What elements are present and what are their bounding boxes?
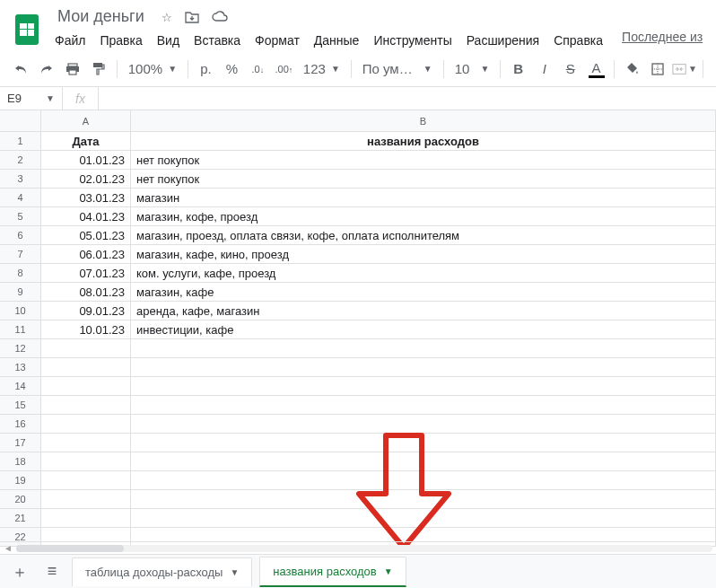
row-header[interactable]: 3 <box>0 170 41 188</box>
cell[interactable] <box>131 415 716 433</box>
document-title[interactable]: Мои деньги <box>52 5 150 27</box>
cell[interactable] <box>41 471 131 489</box>
undo-button[interactable] <box>9 57 33 82</box>
cell[interactable]: 03.01.23 <box>41 189 131 206</box>
paint-format-button[interactable] <box>87 57 111 82</box>
format-currency-button[interactable]: р. <box>194 57 218 82</box>
font-size-dropdown[interactable]: 10▼ <box>450 57 495 82</box>
cell[interactable] <box>41 490 131 508</box>
menu-edit[interactable]: Правка <box>93 30 148 51</box>
menu-help[interactable]: Справка <box>547 30 609 51</box>
row-header[interactable]: 11 <box>0 320 41 338</box>
cell[interactable]: магазин, проезд, оплата связи, кофе, опл… <box>131 226 716 244</box>
cell[interactable]: магазин, кафе <box>131 283 716 301</box>
move-icon[interactable] <box>185 11 199 26</box>
row-header[interactable]: 20 <box>0 490 41 508</box>
row-header[interactable]: 17 <box>0 434 41 452</box>
menu-insert[interactable]: Вставка <box>188 30 247 51</box>
cell[interactable]: 01.01.23 <box>41 151 131 169</box>
cell[interactable]: 08.01.23 <box>41 283 131 301</box>
cell[interactable]: нет покупок <box>131 170 716 188</box>
redo-button[interactable] <box>35 57 59 82</box>
row-header[interactable]: 4 <box>0 189 41 206</box>
cell[interactable] <box>41 358 131 376</box>
last-edit-link[interactable]: Последнее из <box>622 30 703 51</box>
print-button[interactable] <box>61 57 85 82</box>
all-sheets-button[interactable]: ≡ <box>39 559 65 584</box>
row-header[interactable]: 8 <box>0 264 41 282</box>
more-formats-dropdown[interactable]: 123▼ <box>298 57 345 82</box>
row-header[interactable]: 15 <box>0 396 41 414</box>
cell[interactable]: 05.01.23 <box>41 226 131 244</box>
select-all-corner[interactable] <box>0 110 41 131</box>
add-sheet-button[interactable]: ＋ <box>7 559 32 584</box>
row-header[interactable]: 16 <box>0 415 41 433</box>
italic-button[interactable]: I <box>532 57 556 82</box>
cell[interactable] <box>131 358 716 376</box>
cell[interactable]: магазин <box>131 189 716 206</box>
col-header-b[interactable]: B <box>131 110 716 131</box>
cloud-icon[interactable] <box>212 11 228 26</box>
cell[interactable] <box>41 415 131 433</box>
merge-cells-button[interactable]: ▼ <box>672 57 697 82</box>
menu-extensions[interactable]: Расширения <box>460 30 546 51</box>
cell[interactable] <box>41 452 131 470</box>
menu-data[interactable]: Данные <box>308 30 366 51</box>
cell[interactable]: магазин, кафе, кино, проезд <box>131 245 716 263</box>
cell[interactable] <box>131 377 716 395</box>
cell[interactable] <box>41 339 131 357</box>
cell[interactable] <box>41 434 131 452</box>
cell[interactable]: 06.01.23 <box>41 245 131 263</box>
zoom-dropdown[interactable]: 100%▼ <box>123 57 182 82</box>
cell[interactable]: магазин, кофе, проезд <box>131 207 716 225</box>
menu-file[interactable]: Файл <box>48 30 92 51</box>
row-header[interactable]: 9 <box>0 283 41 301</box>
cell[interactable]: Дата <box>41 132 131 150</box>
sheets-logo[interactable] <box>9 12 45 48</box>
row-header[interactable]: 1 <box>0 132 41 150</box>
cell[interactable]: 09.01.23 <box>41 302 131 320</box>
row-header[interactable]: 21 <box>0 509 41 527</box>
row-header[interactable]: 14 <box>0 377 41 395</box>
col-header-a[interactable]: A <box>41 110 131 131</box>
font-dropdown[interactable]: По умолча...▼ <box>357 57 438 82</box>
cell[interactable]: названия расходов <box>131 132 716 150</box>
sheet-tab-2[interactable]: названия расходов▼ <box>259 557 406 587</box>
row-header[interactable]: 13 <box>0 358 41 376</box>
sheet-tab-1[interactable]: таблица доходы-расходы▼ <box>72 557 252 586</box>
decrease-decimal-button[interactable]: .0↓ <box>246 57 270 82</box>
cell[interactable]: 02.01.23 <box>41 170 131 188</box>
bold-button[interactable]: B <box>506 57 530 82</box>
borders-button[interactable] <box>646 57 670 82</box>
row-header[interactable]: 2 <box>0 151 41 169</box>
cell[interactable]: 04.01.23 <box>41 207 131 225</box>
cell[interactable]: 07.01.23 <box>41 264 131 282</box>
cell[interactable] <box>131 509 716 527</box>
cell[interactable]: 10.01.23 <box>41 320 131 338</box>
row-header[interactable]: 18 <box>0 452 41 470</box>
format-percent-button[interactable]: % <box>220 57 244 82</box>
cell[interactable]: нет покупок <box>131 151 716 169</box>
cell[interactable] <box>131 471 716 489</box>
row-header[interactable]: 10 <box>0 302 41 320</box>
name-box[interactable]: E9▼ <box>0 87 63 110</box>
row-header[interactable]: 7 <box>0 245 41 263</box>
cell[interactable]: инвестиции, кафе <box>131 320 716 338</box>
text-color-button[interactable]: A <box>584 57 608 82</box>
row-header[interactable]: 6 <box>0 226 41 244</box>
fill-color-button[interactable] <box>620 57 644 82</box>
star-icon[interactable]: ☆ <box>162 11 172 26</box>
cell[interactable] <box>131 339 716 357</box>
row-header[interactable]: 19 <box>0 471 41 489</box>
cell[interactable] <box>41 396 131 414</box>
increase-decimal-button[interactable]: .00↑ <box>272 57 296 82</box>
strikethrough-button[interactable]: S <box>558 57 582 82</box>
horizontal-scrollbar[interactable]: ◄ <box>0 541 716 554</box>
cell[interactable] <box>131 434 716 452</box>
menu-view[interactable]: Вид <box>151 30 186 51</box>
cell[interactable] <box>41 509 131 527</box>
menu-tools[interactable]: Инструменты <box>367 30 458 51</box>
cell[interactable] <box>41 377 131 395</box>
cell[interactable]: ком. услуги, кафе, проезд <box>131 264 716 282</box>
cell[interactable] <box>131 490 716 508</box>
